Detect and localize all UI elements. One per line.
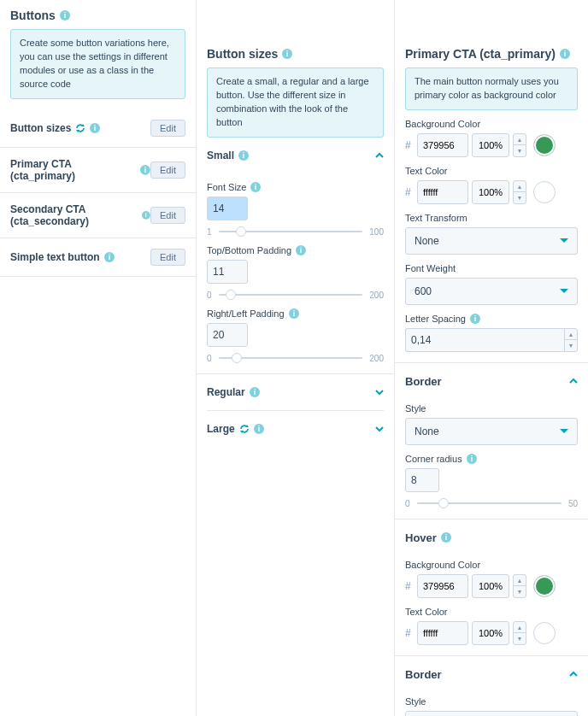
edit-button[interactable]: Edit <box>150 161 185 179</box>
border2-style-select[interactable]: None <box>405 711 578 716</box>
border2-section[interactable]: Border <box>405 656 578 688</box>
pct-stepper[interactable]: ▲▼ <box>513 133 526 157</box>
hash-symbol: # <box>405 139 414 151</box>
pct-stepper[interactable]: ▲▼ <box>513 621 526 645</box>
list-item-label: Button sizes <box>10 122 71 134</box>
sync-icon <box>75 123 85 133</box>
tb-padding-slider[interactable] <box>219 294 363 296</box>
sync-icon <box>239 424 250 434</box>
info-icon[interactable]: i <box>142 210 150 220</box>
list-item-button-sizes[interactable]: Button sizes i Edit <box>0 109 196 148</box>
info-icon[interactable]: i <box>467 454 477 464</box>
info-icon[interactable]: i <box>289 308 299 319</box>
accordion-small[interactable]: Small i <box>207 138 384 173</box>
svg-text:i: i <box>257 425 260 433</box>
edit-button[interactable]: Edit <box>150 207 185 224</box>
rl-padding-slider[interactable] <box>219 357 363 359</box>
hover-bg-swatch[interactable] <box>533 575 556 597</box>
hover-txt-hex-input[interactable] <box>417 621 468 645</box>
corner-radius-slider[interactable] <box>417 502 562 504</box>
panel-button-sizes: Button sizes i Create a small, a regular… <box>197 0 395 716</box>
font-size-label: Font Size i <box>207 182 384 192</box>
edit-button[interactable]: Edit <box>150 120 185 137</box>
bg-swatch[interactable] <box>533 134 556 156</box>
hover-bg-hex-input[interactable] <box>417 574 468 598</box>
panel-title: Button sizes i <box>207 47 384 61</box>
pct-stepper[interactable]: ▲▼ <box>513 574 526 598</box>
border-style-select[interactable]: None <box>405 418 578 445</box>
text-transform-label: Text Transform <box>405 213 578 223</box>
info-notice: Create some button variations here, you … <box>10 29 185 99</box>
rl-padding-input[interactable] <box>207 323 248 347</box>
info-icon[interactable]: i <box>60 10 70 21</box>
slider-min: 0 <box>207 354 212 363</box>
hover-section-title: Hover i <box>405 519 578 551</box>
accordion-regular[interactable]: Regular i <box>207 374 384 411</box>
info-icon[interactable]: i <box>140 165 150 175</box>
corner-radius-input[interactable] <box>405 468 439 492</box>
font-size-slider[interactable] <box>219 231 363 232</box>
txt-hex-input[interactable] <box>417 180 468 204</box>
info-icon[interactable]: i <box>238 150 249 161</box>
info-icon[interactable]: i <box>296 245 306 255</box>
hash-symbol: # <box>405 627 414 639</box>
info-icon[interactable]: i <box>282 49 292 59</box>
font-size-input[interactable] <box>207 197 248 220</box>
hover-txt-pct-input[interactable] <box>472 621 509 645</box>
panel-primary-cta: Primary CTA (cta_primary) i The main but… <box>395 0 588 716</box>
panel-title: Primary CTA (cta_primary) i <box>405 47 578 61</box>
border-section[interactable]: Border <box>405 363 578 395</box>
svg-text:i: i <box>470 455 473 463</box>
info-icon[interactable]: i <box>441 532 451 543</box>
svg-text:i: i <box>255 183 257 191</box>
font-weight-label: Font Weight <box>405 263 578 273</box>
font-weight-select[interactable]: 600 <box>405 278 578 305</box>
rl-padding-label: Right/Left Padding i <box>207 308 384 319</box>
text-transform-select[interactable]: None <box>405 227 578 255</box>
chevron-down-icon <box>560 429 568 433</box>
letter-spacing-input[interactable] <box>405 328 564 352</box>
slider-min: 0 <box>405 499 410 508</box>
list-item-secondary-cta[interactable]: Secondary CTA (cta_secondary) i Edit <box>0 193 196 238</box>
txt-swatch[interactable] <box>533 181 556 203</box>
txt-pct-input[interactable] <box>472 180 509 204</box>
hash-symbol: # <box>405 186 414 198</box>
hover-bg-pct-input[interactable] <box>472 574 509 598</box>
bg-color-label: Background Color <box>405 119 578 129</box>
list-item-primary-cta[interactable]: Primary CTA (cta_primary) i Edit <box>0 148 196 193</box>
svg-text:i: i <box>64 11 67 20</box>
hover-bg-row: # ▲▼ <box>405 574 578 598</box>
info-icon[interactable]: i <box>90 123 100 133</box>
info-icon[interactable]: i <box>470 314 480 324</box>
hover-txt-swatch[interactable] <box>533 622 556 644</box>
list-item-simple-text-button[interactable]: Simple text button i Edit <box>0 238 196 277</box>
slider-min: 0 <box>207 291 212 300</box>
info-notice: Create a small, a regular and a large bu… <box>207 67 384 138</box>
ls-stepper[interactable]: ▲▼ <box>564 328 578 352</box>
info-icon[interactable]: i <box>250 387 260 397</box>
section-title: Hover <box>405 531 437 544</box>
info-icon[interactable]: i <box>104 252 115 262</box>
border2-style-label: Style <box>405 696 578 707</box>
info-icon[interactable]: i <box>560 49 570 59</box>
info-icon[interactable]: i <box>250 182 261 192</box>
pct-stepper[interactable]: ▲▼ <box>513 180 526 204</box>
bg-hex-input[interactable] <box>417 133 468 157</box>
svg-text:i: i <box>108 253 110 261</box>
accordion-large[interactable]: Large i <box>207 411 384 447</box>
edit-button[interactable]: Edit <box>150 249 185 266</box>
svg-text:i: i <box>144 166 146 174</box>
svg-text:i: i <box>286 50 289 58</box>
slider-max: 200 <box>369 354 384 363</box>
bg-color-row: # ▲▼ <box>405 133 578 157</box>
section-title: Border <box>405 375 442 388</box>
svg-text:i: i <box>300 246 303 255</box>
tb-padding-input[interactable] <box>207 260 248 284</box>
svg-text:i: i <box>145 211 147 219</box>
slider-max: 200 <box>369 291 384 300</box>
info-icon[interactable]: i <box>254 424 264 434</box>
bg-pct-input[interactable] <box>472 133 509 157</box>
hash-symbol: # <box>405 580 414 592</box>
panel-header: Buttons i Create some button variations … <box>0 0 196 109</box>
slider-max: 50 <box>568 499 578 508</box>
